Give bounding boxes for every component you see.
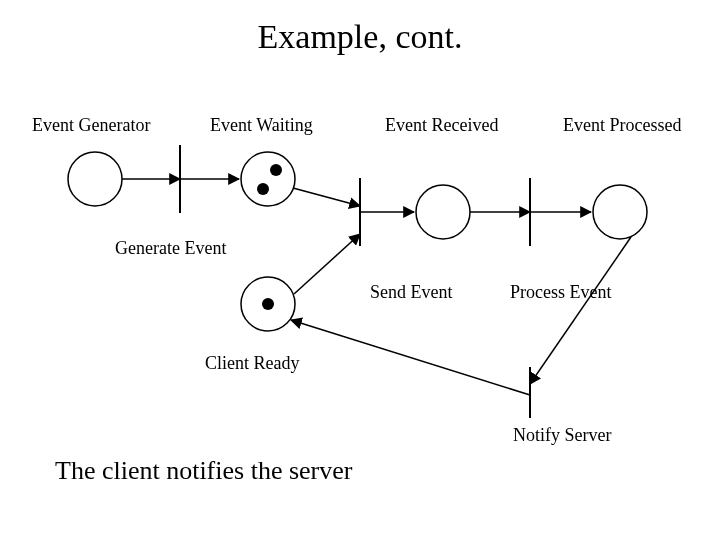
arc (530, 237, 631, 384)
arc (291, 320, 530, 395)
petri-net-svg (0, 0, 720, 540)
place-event-received (416, 185, 470, 239)
place-event-generator (68, 152, 122, 206)
diagram-stage: Example, cont. Event Generator Event Wai… (0, 0, 720, 540)
place-event-processed (593, 185, 647, 239)
token-icon (262, 298, 274, 310)
token-icon (270, 164, 282, 176)
arc (293, 188, 360, 206)
place-event-waiting (241, 152, 295, 206)
arc (294, 234, 360, 294)
token-icon (257, 183, 269, 195)
